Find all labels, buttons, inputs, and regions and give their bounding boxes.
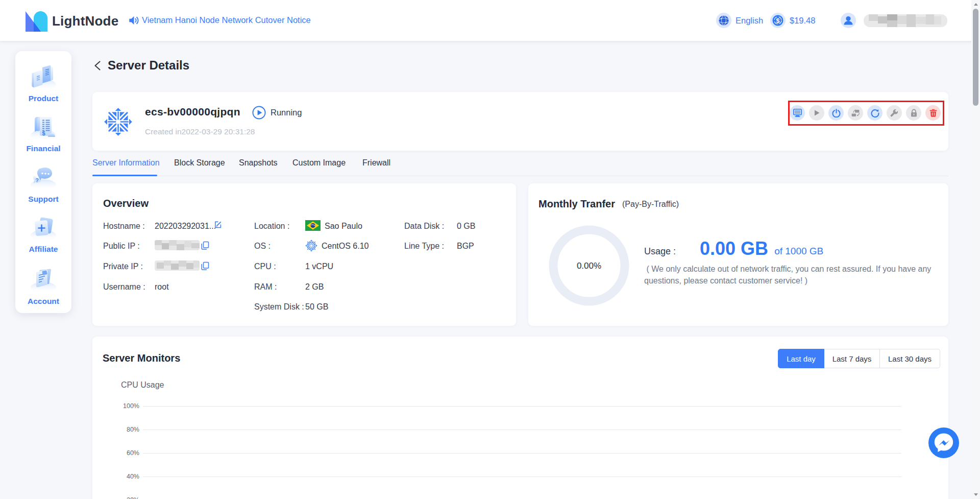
svg-text:?: ? bbox=[35, 177, 39, 183]
svg-text:0.00%: 0.00% bbox=[577, 261, 601, 271]
svg-text:$: $ bbox=[776, 17, 780, 25]
svg-text:$: $ bbox=[42, 130, 45, 136]
